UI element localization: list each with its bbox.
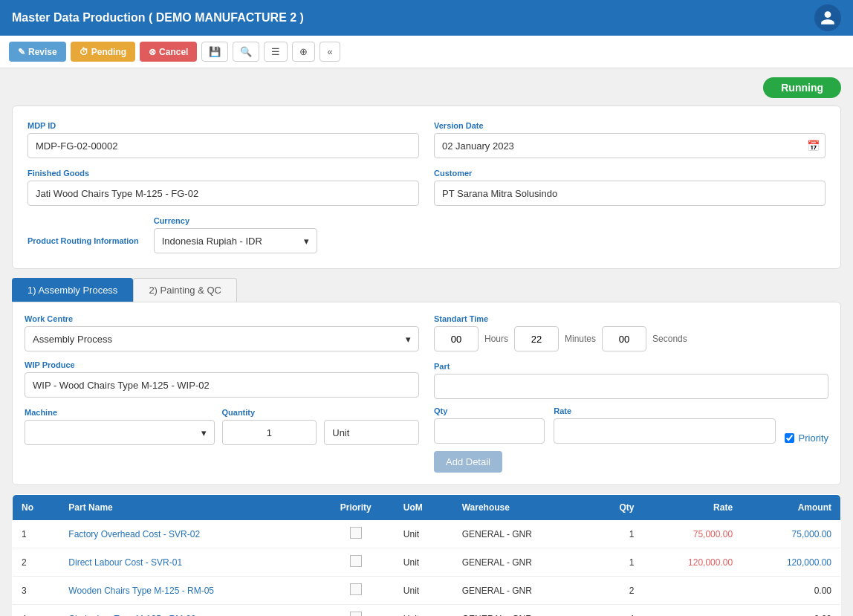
table-row: 3 Wooden Chairs Type M-125 - RM-05 Unit … bbox=[13, 577, 841, 605]
wip-produce-input[interactable] bbox=[25, 372, 419, 398]
finished-goods-value: Jati Wood Chairs Type M-125 - FG-02 bbox=[27, 181, 419, 206]
quantity-input[interactable] bbox=[222, 420, 317, 445]
cell-warehouse: GENERAL - GNR bbox=[453, 520, 591, 548]
tabs: 1) Assembly Process 2) Painting & QC bbox=[12, 278, 841, 302]
status-badge-wrapper: Running bbox=[12, 77, 841, 98]
back-icon-button[interactable]: « bbox=[320, 42, 340, 62]
tab-painting-qc[interactable]: 2) Painting & QC bbox=[133, 278, 237, 302]
cancel-icon: ⊗ bbox=[149, 47, 156, 57]
cell-no: 3 bbox=[13, 577, 60, 605]
standart-time-row: Hours Minutes Seconds bbox=[434, 326, 828, 351]
tab-content: Work Centre Assembly Process ▾ WIP Produ… bbox=[12, 302, 841, 485]
priority-checkbox-cell[interactable] bbox=[350, 527, 362, 539]
machine-qty-row: Machine ▾ Quantity bbox=[25, 406, 419, 445]
priority-checkbox-cell[interactable] bbox=[350, 583, 362, 595]
seconds-label: Seconds bbox=[652, 334, 687, 344]
quantity-label: Quantity bbox=[222, 408, 317, 417]
cell-warehouse: GENERAL - GNR bbox=[453, 577, 591, 605]
mdp-id-value: MDP-FG-02-00002 bbox=[27, 133, 419, 158]
priority-checkbox-cell[interactable] bbox=[350, 612, 362, 616]
cell-priority bbox=[317, 548, 395, 577]
add-detail-button[interactable]: Add Detail bbox=[434, 451, 502, 473]
machine-select[interactable]: ▾ bbox=[25, 420, 215, 445]
col-warehouse: Warehouse bbox=[453, 495, 591, 521]
left-column: Work Centre Assembly Process ▾ WIP Produ… bbox=[25, 314, 419, 473]
mdp-id-label: MDP ID bbox=[27, 121, 419, 130]
list-icon-button[interactable]: ☰ bbox=[264, 42, 288, 62]
cell-no: 4 bbox=[13, 605, 60, 617]
chevron-down-icon: ▾ bbox=[406, 334, 411, 345]
cell-rate: 120,000.00 bbox=[643, 548, 742, 577]
work-centre-label: Work Centre bbox=[25, 314, 419, 323]
unit-input[interactable] bbox=[324, 420, 419, 445]
table-row: 4 Chairs Leg Type M-125 - RM-06 Unit GEN… bbox=[13, 605, 841, 617]
revise-button[interactable]: ✎ Revise bbox=[9, 42, 66, 62]
col-amount: Amount bbox=[742, 495, 840, 521]
cell-no: 2 bbox=[13, 548, 60, 577]
minutes-input[interactable] bbox=[514, 326, 559, 351]
seconds-input[interactable] bbox=[602, 326, 646, 351]
search-icon-button[interactable]: 🔍 bbox=[233, 42, 259, 62]
chevron-down-icon: ▾ bbox=[201, 427, 207, 438]
col-qty: Qty bbox=[591, 495, 643, 521]
wip-produce-label: WIP Produce bbox=[25, 360, 419, 369]
main-content: Running MDP ID MDP-FG-02-00002 Version D… bbox=[0, 68, 853, 616]
version-date-label: Version Date bbox=[434, 121, 826, 130]
cell-no: 1 bbox=[13, 520, 60, 548]
quantity-group: Quantity bbox=[222, 408, 317, 445]
col-rate: Rate bbox=[643, 495, 742, 521]
priority-checkbox[interactable] bbox=[785, 433, 794, 443]
qty-rate-row: Qty Rate Priority bbox=[434, 406, 828, 444]
customer-group: Customer PT Sarana Mitra Solusindo bbox=[434, 169, 826, 206]
cell-uom: Unit bbox=[395, 548, 453, 577]
pending-button[interactable]: ⏱ Pending bbox=[71, 42, 135, 62]
cell-qty: 4 bbox=[591, 605, 643, 617]
cell-part-name: Wooden Chairs Type M-125 - RM-05 bbox=[59, 577, 317, 605]
version-date-value[interactable]: 02 January 2023 bbox=[434, 133, 826, 158]
priority-checkbox-cell[interactable] bbox=[350, 555, 362, 567]
customer-label: Customer bbox=[434, 169, 826, 178]
cell-rate bbox=[643, 577, 742, 605]
pending-icon: ⏱ bbox=[80, 47, 88, 57]
machine-group: Machine ▾ bbox=[25, 408, 215, 445]
hours-input[interactable] bbox=[434, 326, 479, 351]
tab-assembly-process[interactable]: 1) Assembly Process bbox=[12, 278, 133, 302]
cell-part-name: Direct Labour Cost - SVR-01 bbox=[59, 548, 317, 577]
save-icon-button[interactable]: 💾 bbox=[201, 42, 228, 62]
plus-icon-button[interactable]: ⊕ bbox=[292, 42, 315, 62]
user-avatar[interactable] bbox=[814, 4, 841, 31]
table-row: 2 Direct Labour Cost - SVR-01 Unit GENER… bbox=[13, 548, 841, 577]
cell-qty: 1 bbox=[591, 520, 643, 548]
cell-qty: 1 bbox=[591, 548, 643, 577]
qty-label: Qty bbox=[434, 406, 545, 415]
toolbar: ✎ Revise ⏱ Pending ⊗ Cancel 💾 🔍 ☰ ⊕ « bbox=[0, 36, 853, 68]
customer-value: PT Sarana Mitra Solusindo bbox=[434, 181, 826, 206]
cell-amount: 0.00 bbox=[742, 605, 840, 617]
form-card: MDP ID MDP-FG-02-00002 Version Date 02 J… bbox=[12, 106, 841, 269]
currency-row: Product Routing Information Currency Ind… bbox=[27, 216, 826, 253]
cell-priority bbox=[317, 605, 395, 617]
rate-input[interactable] bbox=[554, 418, 775, 444]
wip-produce-group: WIP Produce bbox=[25, 360, 419, 398]
qty-input[interactable] bbox=[434, 418, 545, 444]
part-input[interactable] bbox=[434, 374, 828, 399]
currency-select[interactable]: Indonesia Rupiah - IDR ▾ bbox=[154, 228, 317, 253]
hours-label: Hours bbox=[484, 334, 508, 344]
product-routing-label: Product Routing Information bbox=[27, 228, 139, 253]
unit-group bbox=[324, 406, 419, 445]
qty-group-right: Qty bbox=[434, 406, 545, 444]
work-centre-select[interactable]: Assembly Process ▾ bbox=[25, 326, 419, 351]
version-date-wrapper: 02 January 2023 📅 bbox=[434, 133, 826, 158]
version-date-group: Version Date 02 January 2023 📅 bbox=[434, 121, 826, 158]
cell-priority bbox=[317, 520, 395, 548]
cell-qty: 2 bbox=[591, 577, 643, 605]
cell-rate bbox=[643, 605, 742, 617]
cell-part-name: Chairs Leg Type M-125 - RM-06 bbox=[59, 605, 317, 617]
cell-amount: 0.00 bbox=[742, 577, 840, 605]
col-priority: Priority bbox=[317, 495, 395, 521]
table-row: 1 Factory Overhead Cost - SVR-02 Unit GE… bbox=[13, 520, 841, 548]
cell-rate: 75,000.00 bbox=[643, 520, 742, 548]
cancel-button[interactable]: ⊗ Cancel bbox=[140, 42, 197, 62]
data-table: No Part Name Priority UoM Warehouse Qty … bbox=[12, 494, 841, 616]
col-no: No bbox=[13, 495, 60, 521]
